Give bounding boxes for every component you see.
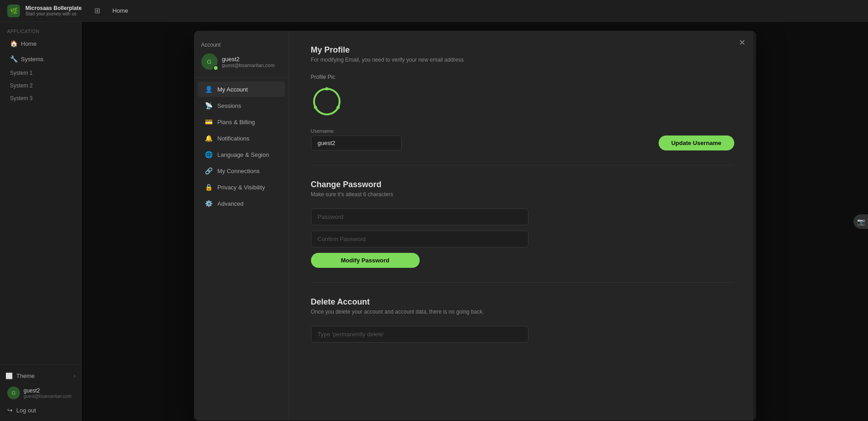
modal-sidebar-title: Account bbox=[201, 42, 281, 48]
sidebar-logout-label: Log out bbox=[16, 407, 36, 414]
home-icon: 🏠 bbox=[10, 40, 17, 47]
svg-point-1 bbox=[325, 87, 328, 91]
modal-user-details: guest2 guest@bsamaritan.com bbox=[222, 56, 275, 68]
main-layout: Application 🏠 Home 🔧 Systems System 1 Sy… bbox=[0, 22, 868, 421]
modal-nav-privacy-label: Privacy & Visibility bbox=[218, 184, 265, 191]
profile-pic-container[interactable] bbox=[311, 86, 343, 117]
theme-icon: ⬜ bbox=[5, 373, 13, 379]
sidebar-user-item[interactable]: G guest2 guest@bsamaritan.com bbox=[0, 383, 81, 403]
delete-input-wrap bbox=[311, 326, 734, 343]
modal-nav-advanced[interactable]: ⚙️ Advanced bbox=[198, 196, 285, 211]
topbar: 🌿 Microsaas Bollerplate Start your journ… bbox=[0, 0, 868, 22]
modal-nav-notifications-label: Notifications bbox=[218, 135, 250, 142]
delete-confirm-input[interactable] bbox=[311, 326, 529, 343]
account-modal: ✕ Account G bbox=[194, 31, 756, 421]
close-icon: ✕ bbox=[739, 38, 746, 48]
modal-sidebar: Account G guest2 guest@bsamaritan.com bbox=[194, 31, 289, 421]
username-label: Username bbox=[311, 128, 402, 134]
modal-nav-notifications[interactable]: 🔔 Notifications bbox=[198, 131, 285, 146]
sidebar-user-avatar: G bbox=[7, 387, 20, 399]
app-logo: 🌿 bbox=[7, 5, 20, 17]
modal-nav-privacy-visibility[interactable]: 🔒 Privacy & Visibility bbox=[198, 179, 285, 195]
sidebar-item-systems-label: Systems bbox=[21, 56, 44, 63]
sidebar-logout-item[interactable]: ↪ Log out bbox=[0, 403, 81, 417]
app-logo-icon: 🌿 bbox=[10, 7, 18, 15]
systems-icon: 🔧 bbox=[10, 55, 17, 63]
modal-user-email: guest@bsamaritan.com bbox=[222, 63, 275, 68]
page-content: ✕ Account G bbox=[82, 22, 868, 421]
profile-section-title: My Profile bbox=[311, 45, 734, 55]
sidebar-user-name: guest2 bbox=[24, 387, 72, 394]
sidebar-bottom: ⬜ Theme › G guest2 guest@bsamaritan.com … bbox=[0, 364, 81, 421]
sidebar-toggle-icon: ⊞ bbox=[94, 6, 100, 15]
sidebar-item-home[interactable]: 🏠 Home bbox=[3, 36, 78, 51]
username-field-wrap: Username bbox=[311, 128, 402, 150]
modal-nav-plans-billing-label: Plans & Billing bbox=[218, 119, 255, 126]
password-input[interactable] bbox=[311, 208, 529, 225]
sidebar-item-system3[interactable]: System 3 bbox=[3, 92, 78, 104]
notifications-icon: 🔔 bbox=[205, 135, 213, 142]
profile-section-subtitle: For modifying Email, you need to verify … bbox=[311, 57, 734, 63]
delete-section-title: Delete Account bbox=[311, 297, 734, 307]
password-section-subtitle: Make sure it's atleast 6 characters bbox=[311, 191, 734, 198]
username-row: Username Update Username bbox=[311, 128, 734, 150]
plans-billing-icon: 💳 bbox=[205, 118, 213, 126]
modal-nav-my-connections-label: My Connections bbox=[218, 168, 260, 174]
modify-password-button[interactable]: Modify Password bbox=[311, 253, 420, 268]
sidebar-item-systems[interactable]: 🔧 Systems bbox=[3, 52, 78, 66]
logout-icon: ↪ bbox=[7, 406, 13, 414]
modal-scrollbar[interactable] bbox=[752, 31, 756, 421]
language-icon: 🌐 bbox=[205, 151, 213, 158]
connections-icon: 🔗 bbox=[205, 167, 213, 174]
password-fields bbox=[311, 208, 734, 253]
modal-overlay: ✕ Account G bbox=[82, 22, 868, 421]
modal-user-name: guest2 bbox=[222, 56, 275, 63]
topbar-home-label: Home bbox=[112, 7, 128, 14]
modal-user-info: G guest2 guest@bsamaritan.com bbox=[201, 53, 281, 70]
app-subtitle: Start your journey with us bbox=[25, 11, 82, 16]
floating-camera-button[interactable]: 📷 bbox=[853, 214, 868, 229]
modal-nav-my-account[interactable]: 👤 My Account bbox=[198, 82, 285, 97]
username-input[interactable] bbox=[311, 135, 402, 150]
sidebar-item-system2-label: System 2 bbox=[10, 82, 33, 89]
sidebar-item-system3-label: System 3 bbox=[10, 95, 33, 102]
profile-pic-label: Profile Pic bbox=[311, 74, 734, 80]
app-info: Microsaas Bollerplate Start your journey… bbox=[25, 5, 82, 16]
sidebar-item-system1-label: System 1 bbox=[10, 70, 33, 76]
modal-sidebar-header: Account G guest2 guest@bsamaritan.com bbox=[194, 38, 289, 77]
modal-nav-plans-billing[interactable]: 💳 Plans & Billing bbox=[198, 114, 285, 130]
sidebar-item-system1[interactable]: System 1 bbox=[3, 67, 78, 79]
modal-nav-language-region[interactable]: 🌐 Language & Segion bbox=[198, 147, 285, 162]
sidebar-item-system2[interactable]: System 2 bbox=[3, 80, 78, 92]
modal-body: Account G guest2 guest@bsamaritan.com bbox=[194, 31, 756, 421]
modal-avatar-badge bbox=[213, 65, 218, 71]
app-title: Microsaas Bollerplate bbox=[25, 5, 82, 11]
privacy-icon: 🔒 bbox=[205, 184, 213, 191]
password-section-title: Change Password bbox=[311, 180, 734, 189]
delete-section-subtitle: Once you delete your account and account… bbox=[311, 309, 734, 315]
sidebar-item-home-label: Home bbox=[21, 40, 37, 47]
modal-nav-sessions[interactable]: 📡 Sessions bbox=[198, 98, 285, 113]
modal-nav-advanced-label: Advanced bbox=[218, 200, 244, 207]
modal-nav-my-connections[interactable]: 🔗 My Connections bbox=[198, 163, 285, 179]
advanced-icon: ⚙️ bbox=[205, 200, 213, 207]
sidebar-theme-label: Theme bbox=[16, 373, 34, 379]
confirm-password-input[interactable] bbox=[311, 231, 529, 247]
update-username-button[interactable]: Update Username bbox=[659, 135, 734, 150]
modal-close-button[interactable]: ✕ bbox=[736, 36, 749, 49]
my-account-icon: 👤 bbox=[205, 86, 213, 93]
modal-user-avatar: G bbox=[201, 53, 218, 70]
sidebar-user-email: guest@bsamaritan.com bbox=[24, 394, 72, 399]
section-divider-1 bbox=[311, 165, 734, 165]
profile-pic-svg bbox=[311, 86, 343, 117]
modal-nav-sessions-label: Sessions bbox=[218, 102, 242, 109]
section-divider-2 bbox=[311, 282, 734, 283]
sidebar-toggle-button[interactable]: ⊞ bbox=[91, 5, 103, 17]
sessions-icon: 📡 bbox=[205, 102, 213, 109]
sidebar-theme-item[interactable]: ⬜ Theme › bbox=[0, 368, 81, 383]
modal-nav-my-account-label: My Account bbox=[218, 86, 248, 93]
sidebar-section-label: Application bbox=[0, 25, 81, 36]
theme-arrow-icon: › bbox=[73, 372, 76, 379]
sidebar: Application 🏠 Home 🔧 Systems System 1 Sy… bbox=[0, 22, 82, 421]
sidebar-user-info: guest2 guest@bsamaritan.com bbox=[24, 387, 72, 399]
